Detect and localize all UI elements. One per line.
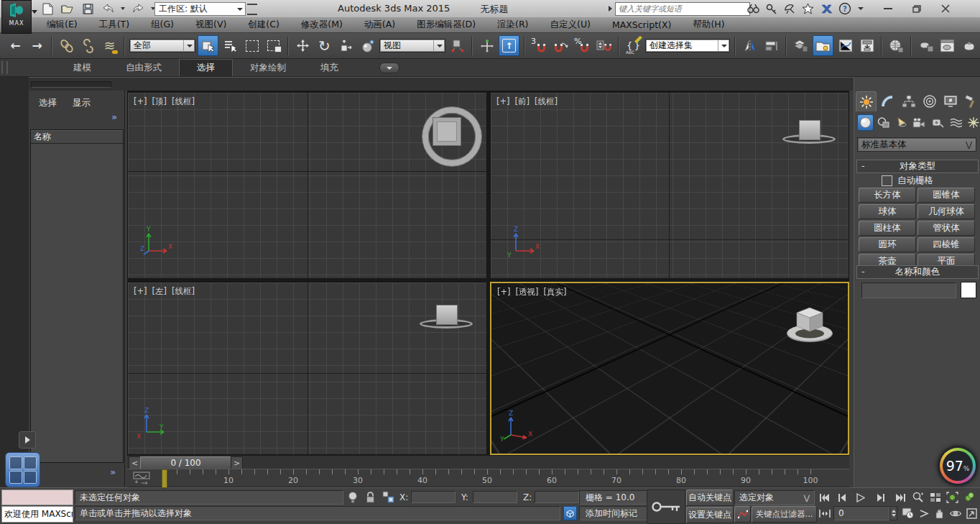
category-lights[interactable] xyxy=(893,114,910,131)
viewport-name-top[interactable]: [顶] xyxy=(152,96,167,107)
ribbon-tab-4[interactable]: 填充 xyxy=(303,60,356,76)
material-editor-button[interactable] xyxy=(887,36,906,55)
rollout-object-type[interactable]: - 对象类型 xyxy=(856,160,979,173)
explorer-name-column-header[interactable]: 名称 xyxy=(31,130,123,144)
ribbon-drag-handle[interactable] xyxy=(1,61,8,74)
curve-editor-button[interactable] xyxy=(836,36,855,55)
selection-lock-icon[interactable] xyxy=(365,491,376,504)
help-dropdown-arrow-icon[interactable] xyxy=(858,7,864,10)
zoom-button[interactable] xyxy=(911,490,925,505)
scene-box-left-view[interactable] xyxy=(436,305,458,325)
window-crossing-toggle-button[interactable] xyxy=(264,36,283,55)
explorer-bottom-chevron[interactable]: » xyxy=(110,467,116,477)
select-and-link-button[interactable] xyxy=(57,36,76,55)
key-mode-combo[interactable]: 选定对象 ⋁ xyxy=(734,490,815,505)
bind-to-space-warp-button[interactable]: ≋ xyxy=(100,36,119,55)
redo-button[interactable] xyxy=(131,1,145,16)
time-tag-cube-button[interactable] xyxy=(563,506,577,520)
select-and-manipulate-button[interactable] xyxy=(477,36,496,55)
set-keys-button[interactable] xyxy=(647,489,685,524)
ribbon-tab-3[interactable]: 对象绘制 xyxy=(233,60,303,76)
go-to-start-button[interactable] xyxy=(818,490,831,505)
align-button[interactable] xyxy=(762,36,781,55)
zoom-extents-all-button[interactable] xyxy=(963,490,976,505)
autodesk360-key-icon[interactable] xyxy=(766,4,777,14)
menu-item-4[interactable]: 创建(C) xyxy=(237,17,290,33)
unlink-selection-button[interactable] xyxy=(78,36,98,55)
menu-item-10[interactable]: MAXScript(X) xyxy=(601,17,682,33)
explorer-tab-1[interactable]: 显示 xyxy=(73,97,91,109)
menu-item-3[interactable]: 视图(V) xyxy=(185,17,237,33)
viewport-left[interactable]: [+] [左] [线框] Z Y X xyxy=(127,282,487,455)
mirror-button[interactable] xyxy=(740,36,759,55)
maxscript-mini-listener-input[interactable] xyxy=(1,489,73,505)
qat-overflow-icon[interactable] xyxy=(247,4,257,15)
orbit-camera-button[interactable] xyxy=(948,506,962,520)
infocenter-collapse-icon[interactable] xyxy=(609,6,612,12)
tab-motion[interactable] xyxy=(920,91,939,111)
rollout-collapse-icon[interactable]: - xyxy=(861,266,865,277)
x-coordinate-field[interactable] xyxy=(411,491,456,503)
menu-item-1[interactable]: 工具(T) xyxy=(88,17,140,33)
maximize-button[interactable] xyxy=(912,5,921,13)
communication-center-icon[interactable] xyxy=(784,4,795,14)
expand-panel-button[interactable] xyxy=(19,431,36,449)
category-cameras[interactable] xyxy=(911,114,928,131)
max-logo[interactable]: MAX xyxy=(1,0,32,34)
maxscript-mini-listener-output[interactable]: 欢迎使用 MAXScr xyxy=(1,506,73,523)
category-shapes[interactable] xyxy=(875,114,892,131)
viewport-perspective[interactable]: [+] [透视] [真实] Z X Y xyxy=(490,282,849,455)
primitive-button-6[interactable]: 圆环 xyxy=(859,237,916,252)
explorer-tab-0[interactable]: 选择 xyxy=(39,97,57,109)
favorites-star-icon[interactable] xyxy=(802,3,814,14)
scene-box-torus-perspective[interactable] xyxy=(782,299,837,346)
current-frame-field[interactable]: 0 xyxy=(833,506,889,520)
time-marker[interactable] xyxy=(162,469,167,488)
add-time-tag[interactable]: 添加时间标记 xyxy=(579,506,651,520)
explorer-list[interactable]: 名称 xyxy=(30,129,124,463)
viewport-menu-plus[interactable]: [+] xyxy=(134,286,147,297)
spinner-snap-toggle-button[interactable] xyxy=(594,36,614,55)
set-key-button[interactable]: 设置关键点 xyxy=(686,507,734,523)
snap-toggle-3d-button[interactable]: 3 xyxy=(530,36,549,55)
viewport-shading-top[interactable]: [线框] xyxy=(172,96,195,107)
viewport-front[interactable]: [+] [前] [线框] Z X Y xyxy=(490,92,849,279)
menu-item-5[interactable]: 修改器(M) xyxy=(290,17,353,33)
zoom-all-button[interactable] xyxy=(928,490,942,505)
viewport-top[interactable]: [+] [顶] [线框] Y X Z xyxy=(127,92,487,279)
keyboard-shortcut-override-button[interactable]: ↑ xyxy=(499,35,519,56)
undo-toolbar-button[interactable]: ← xyxy=(6,36,25,55)
tab-display[interactable] xyxy=(940,91,960,111)
ribbon-tab-1[interactable]: 自由形式 xyxy=(108,60,179,76)
viewport-menu-plus[interactable]: [+] xyxy=(134,96,147,107)
viewport-shading-perspective[interactable]: [真实] xyxy=(544,287,567,298)
absolute-offset-mode-icon[interactable] xyxy=(382,491,395,504)
y-coordinate-field[interactable] xyxy=(473,491,517,503)
primitive-category-combo[interactable]: 标准基本体 ⋁ xyxy=(857,137,976,152)
minimize-button[interactable] xyxy=(884,8,892,9)
angle-snap-toggle-button[interactable] xyxy=(551,36,570,55)
primitive-button-5[interactable]: 管状体 xyxy=(917,221,975,236)
close-button[interactable] xyxy=(941,4,950,13)
primitive-button-4[interactable]: 圆柱体 xyxy=(859,221,916,236)
default-tangent-button[interactable] xyxy=(734,506,751,523)
percent-snap-toggle-button[interactable]: % xyxy=(573,36,592,55)
menu-item-0[interactable]: 编辑(E) xyxy=(36,17,88,33)
rollout-name-and-color[interactable]: - 名称和颜色 xyxy=(856,265,979,279)
scene-box-top-view[interactable] xyxy=(433,117,461,146)
next-frame-step-button[interactable] xyxy=(874,490,887,505)
key-mode-toggle-button[interactable] xyxy=(818,506,831,520)
search-input[interactable] xyxy=(615,2,750,16)
search-binoculars-icon[interactable] xyxy=(747,4,759,14)
help-icon[interactable]: ? xyxy=(838,2,851,15)
zoom-extents-selected-button[interactable] xyxy=(946,490,959,505)
rectangular-selection-region-button[interactable] xyxy=(242,36,262,55)
render-production-button[interactable] xyxy=(959,36,979,55)
primitive-button-3[interactable]: 几何球体 xyxy=(917,204,975,219)
time-configuration-button[interactable] xyxy=(901,506,915,520)
category-geometry[interactable] xyxy=(857,114,874,131)
select-and-move-button[interactable] xyxy=(293,36,313,55)
z-coordinate-field[interactable] xyxy=(535,491,579,503)
maximize-viewport-toggle-button[interactable] xyxy=(965,506,979,520)
ribbon-toggle-button[interactable] xyxy=(813,35,833,56)
